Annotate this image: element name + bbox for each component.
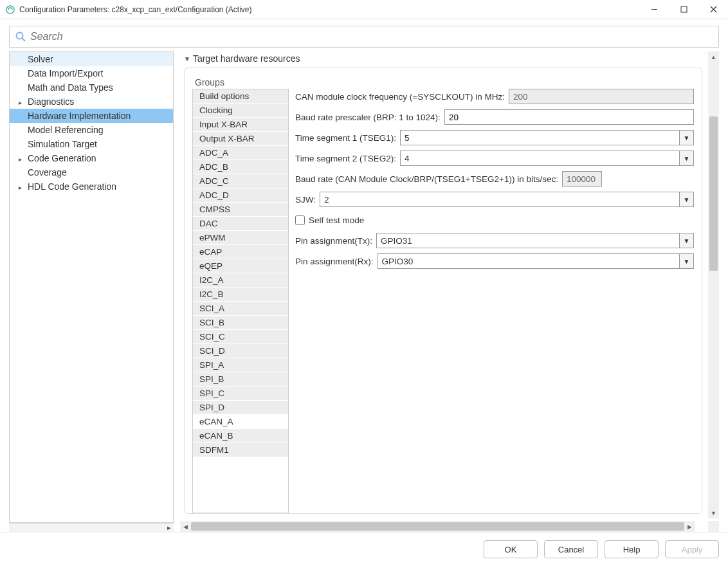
group-ecap[interactable]: eCAP [193, 245, 288, 259]
svg-point-5 [17, 33, 23, 39]
nav-item-diagnostics[interactable]: Diagnostics▸ [10, 95, 173, 109]
tseg1-select[interactable]: 5 ▼ [400, 130, 694, 145]
baud-field [562, 171, 602, 187]
tseg2-label: Time segment 2 (TSEG2): [295, 154, 396, 163]
nav-item-coverage[interactable]: Coverage [10, 165, 173, 179]
section-body: Groups Build optionsClockingInput X-BARO… [184, 68, 702, 514]
section-title: Target hardware resources [193, 53, 300, 64]
groups-list[interactable]: Build optionsClockingInput X-BAROutput X… [192, 89, 289, 513]
group-sci-d[interactable]: SCI_D [193, 344, 288, 358]
tseg2-select[interactable]: 4 ▼ [400, 151, 694, 166]
group-sci-a[interactable]: SCI_A [193, 302, 288, 316]
can-clock-row: CAN module clock frequency (=SYSCLKOUT) … [295, 89, 694, 104]
nav-wrapper: SolverData Import/ExportMath and Data Ty… [9, 51, 174, 532]
footer: OK Cancel Help Apply [0, 532, 728, 566]
chevron-down-icon: ▼ [679, 233, 693, 248]
group-spi-c[interactable]: SPI_C [193, 387, 288, 401]
tseg2-row: Time segment 2 (TSEG2): 4 ▼ [295, 151, 694, 166]
brp-row: Baud rate prescaler (BRP: 1 to 1024): [295, 109, 694, 125]
scroll-thumb[interactable] [709, 116, 718, 271]
group-adc-c[interactable]: ADC_C [193, 174, 288, 188]
group-clocking[interactable]: Clocking [193, 104, 288, 118]
pintx-select[interactable]: GPIO31 ▼ [376, 233, 694, 248]
close-button[interactable] [698, 0, 728, 19]
selftest-label: Self test mode [309, 215, 364, 225]
group-sdfm1[interactable]: SDFM1 [193, 443, 288, 457]
group-adc-a[interactable]: ADC_A [193, 146, 288, 160]
group-input-x-bar[interactable]: Input X-BAR [193, 118, 288, 132]
collapse-icon: ▼ [184, 55, 190, 62]
scroll-track[interactable] [708, 62, 719, 507]
groups-title: Groups [192, 77, 289, 89]
pinrx-row: Pin assignment(Rx): GPIO30 ▼ [295, 253, 694, 269]
nav-item-hardware-implementation[interactable]: Hardware Implementation [10, 109, 173, 123]
group-epwm[interactable]: ePWM [193, 231, 288, 245]
nav-item-solver[interactable]: Solver [10, 52, 173, 66]
scroll-up-icon[interactable]: ▲ [708, 51, 719, 62]
nav-item-hdl-code-generation[interactable]: HDL Code Generation▸ [10, 179, 173, 194]
nav-item-model-referencing[interactable]: Model Referencing [10, 123, 173, 137]
group-adc-b[interactable]: ADC_B [193, 160, 288, 174]
search-box[interactable] [9, 26, 719, 48]
scroll-thumb-h[interactable] [191, 522, 684, 531]
nav-item-simulation-target[interactable]: Simulation Target [10, 137, 173, 151]
search-input[interactable] [30, 31, 713, 42]
chevron-down-icon: ▼ [679, 131, 693, 145]
sjw-value: 2 [320, 195, 679, 205]
sjw-select[interactable]: 2 ▼ [320, 192, 694, 207]
section-header[interactable]: ▼ Target hardware resources [180, 51, 719, 68]
category-tree[interactable]: SolverData Import/ExportMath and Data Ty… [9, 51, 174, 523]
nav-scroll-right-icon[interactable]: ▸ [167, 524, 171, 532]
group-sci-c[interactable]: SCI_C [193, 330, 288, 344]
cancel-button[interactable]: Cancel [544, 540, 598, 558]
app-icon [5, 5, 15, 15]
group-spi-a[interactable]: SPI_A [193, 358, 288, 372]
group-build-options[interactable]: Build options [193, 89, 288, 104]
tseg2-value: 4 [401, 154, 679, 163]
sjw-label: SJW: [295, 195, 316, 205]
titlebar: Configuration Parameters: c28x_xcp_can_e… [0, 0, 728, 19]
group-output-x-bar[interactable]: Output X-BAR [193, 132, 288, 146]
group-ecan-a[interactable]: eCAN_A [193, 415, 288, 429]
vertical-scrollbar[interactable]: ▲ ▼ [708, 51, 719, 518]
content-bottom: ◀ ▶ [180, 521, 719, 532]
group-spi-d[interactable]: SPI_D [193, 401, 288, 415]
chevron-down-icon: ▼ [679, 151, 693, 165]
expand-icon: ▸ [19, 99, 22, 106]
pinrx-select[interactable]: GPIO30 ▼ [378, 253, 694, 269]
group-eqep[interactable]: eQEP [193, 259, 288, 273]
nav-item-math-and-data-types[interactable]: Math and Data Types [10, 80, 173, 95]
scroll-track-h[interactable] [191, 521, 684, 532]
ok-button[interactable]: OK [484, 540, 538, 558]
scroll-right-icon[interactable]: ▶ [684, 521, 695, 532]
selftest-row: Self test mode [295, 212, 694, 228]
group-i2c-a[interactable]: I2C_A [193, 273, 288, 288]
svg-rect-2 [681, 6, 687, 12]
chevron-down-icon: ▼ [679, 192, 693, 206]
group-sci-b[interactable]: SCI_B [193, 316, 288, 330]
tseg1-value: 5 [401, 133, 679, 143]
pinrx-label: Pin assignment(Rx): [295, 257, 374, 266]
apply-button[interactable]: Apply [665, 540, 719, 558]
svg-line-6 [23, 39, 26, 42]
group-dac[interactable]: DAC [193, 217, 288, 231]
nav-bottom-bar: ▸ [9, 523, 174, 532]
scroll-left-icon[interactable]: ◀ [180, 521, 191, 532]
selftest-checkbox[interactable] [295, 215, 305, 225]
help-button[interactable]: Help [605, 540, 659, 558]
group-cmpss[interactable]: CMPSS [193, 203, 288, 217]
horizontal-scrollbar[interactable]: ◀ ▶ [180, 521, 695, 532]
nav-item-data-import-export[interactable]: Data Import/Export [10, 66, 173, 80]
nav-item-code-generation[interactable]: Code Generation▸ [10, 151, 173, 165]
minimize-button[interactable] [639, 0, 669, 19]
group-i2c-b[interactable]: I2C_B [193, 288, 288, 302]
svg-point-0 [6, 6, 14, 14]
groups-wrap: Groups Build optionsClockingInput X-BARO… [192, 77, 694, 513]
scroll-down-icon[interactable]: ▼ [708, 507, 719, 518]
group-ecan-b[interactable]: eCAN_B [193, 429, 288, 443]
brp-field[interactable] [444, 109, 694, 125]
maximize-button[interactable] [669, 0, 698, 19]
main-area: SolverData Import/ExportMath and Data Ty… [0, 51, 728, 532]
group-spi-b[interactable]: SPI_B [193, 372, 288, 387]
group-adc-d[interactable]: ADC_D [193, 188, 288, 203]
